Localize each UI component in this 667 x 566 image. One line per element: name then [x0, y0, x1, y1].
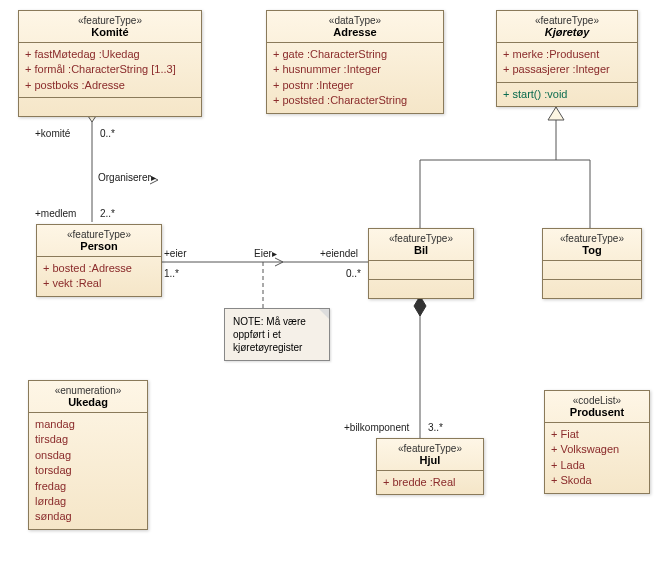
attr: + Fiat [551, 427, 643, 442]
operations: + start() :void [497, 83, 637, 106]
class-name: Produsent [551, 406, 643, 418]
attr: + husnummer :Integer [273, 62, 437, 77]
attr: + passasjerer :Integer [503, 62, 631, 77]
literal: lørdag [35, 494, 141, 509]
class-head: «featureType» Person [37, 225, 161, 257]
attributes: + bredde :Real [377, 471, 483, 494]
attributes: + fastMøtedag :Ukedag + formål :Characte… [19, 43, 201, 98]
svg-marker-6 [548, 107, 564, 120]
literals: mandag tirsdag onsdag torsdag fredag lør… [29, 413, 147, 529]
attributes: + gate :CharacterString + husnummer :Int… [267, 43, 443, 113]
attr: + gate :CharacterString [273, 47, 437, 62]
attr: + Lada [551, 458, 643, 473]
class-head: «dataType» Adresse [267, 11, 443, 43]
attr: + bosted :Adresse [43, 261, 155, 276]
class-ukedag[interactable]: «enumeration» Ukedag mandag tirsdag onsd… [28, 380, 148, 530]
literal: onsdag [35, 448, 141, 463]
class-name: Komité [25, 26, 195, 38]
stereotype: «codeList» [551, 395, 643, 406]
class-head: «featureType» Bil [369, 229, 473, 261]
class-head: «featureType» Komité [19, 11, 201, 43]
class-adresse[interactable]: «dataType» Adresse + gate :CharacterStri… [266, 10, 444, 114]
class-name: Bil [375, 244, 467, 256]
attr: + bredde :Real [383, 475, 477, 490]
class-name: Hjul [383, 454, 477, 466]
class-hjul[interactable]: «featureType» Hjul + bredde :Real [376, 438, 484, 495]
mult-eiendel: 0..* [346, 268, 361, 279]
mult-komite: 0..* [100, 128, 115, 139]
mult-bilkomp: 3..* [428, 422, 443, 433]
class-name: Ukedag [35, 396, 141, 408]
class-head: «featureType» Hjul [377, 439, 483, 471]
class-komite[interactable]: «featureType» Komité + fastMøtedag :Uked… [18, 10, 202, 117]
operations [369, 280, 473, 298]
attr: + formål :CharacterString [1..3] [25, 62, 195, 77]
stereotype: «featureType» [503, 15, 631, 26]
stereotype: «enumeration» [35, 385, 141, 396]
stereotype: «featureType» [375, 233, 467, 244]
assoc-organiserer: Organiserer▸ [98, 172, 156, 183]
mult-eier: 1..* [164, 268, 179, 279]
stereotype: «featureType» [43, 229, 155, 240]
attr: + Skoda [551, 473, 643, 488]
class-head: «featureType» Kjøretøy [497, 11, 637, 43]
role-eier: +eier [164, 248, 187, 259]
literal: torsdag [35, 463, 141, 478]
attr: + vekt :Real [43, 276, 155, 291]
class-head: «enumeration» Ukedag [29, 381, 147, 413]
literal: søndag [35, 509, 141, 524]
class-name: Person [43, 240, 155, 252]
class-kjoretoy[interactable]: «featureType» Kjøretøy + merke :Produsen… [496, 10, 638, 107]
stereotype: «featureType» [383, 443, 477, 454]
note-text: NOTE: Må være oppført i et kjøretøyregis… [233, 316, 306, 353]
role-medlem: +medlem [35, 208, 76, 219]
literal: fredag [35, 479, 141, 494]
class-name: Tog [549, 244, 635, 256]
attributes: + bosted :Adresse + vekt :Real [37, 257, 161, 296]
operation: + start() :void [503, 87, 631, 102]
attr: + Volkswagen [551, 442, 643, 457]
class-name: Adresse [273, 26, 437, 38]
class-person[interactable]: «featureType» Person + bosted :Adresse +… [36, 224, 162, 297]
attr: + merke :Produsent [503, 47, 631, 62]
class-head: «featureType» Tog [543, 229, 641, 261]
class-tog[interactable]: «featureType» Tog [542, 228, 642, 299]
literal: tirsdag [35, 432, 141, 447]
operations [543, 280, 641, 298]
attr: + poststed :CharacterString [273, 93, 437, 108]
role-komite: +komité [35, 128, 70, 139]
class-produsent[interactable]: «codeList» Produsent + Fiat + Volkswagen… [544, 390, 650, 494]
class-bil[interactable]: «featureType» Bil [368, 228, 474, 299]
stereotype: «dataType» [273, 15, 437, 26]
stereotype: «featureType» [549, 233, 635, 244]
class-head: «codeList» Produsent [545, 391, 649, 423]
attr: + postnr :Integer [273, 78, 437, 93]
literal: mandag [35, 417, 141, 432]
role-bilkomp: +bilkomponent [344, 422, 409, 433]
assoc-eier: Eier▸ [254, 248, 277, 259]
attributes [369, 261, 473, 280]
attr: + fastMøtedag :Ukedag [25, 47, 195, 62]
operations [19, 98, 201, 116]
attr: + postboks :Adresse [25, 78, 195, 93]
class-name: Kjøretøy [503, 26, 631, 38]
attributes: + Fiat + Volkswagen + Lada + Skoda [545, 423, 649, 493]
svg-marker-5 [414, 296, 426, 316]
attributes [543, 261, 641, 280]
role-eiendel: +eiendel [320, 248, 358, 259]
note-eier: NOTE: Må være oppført i et kjøretøyregis… [224, 308, 330, 361]
stereotype: «featureType» [25, 15, 195, 26]
mult-medlem: 2..* [100, 208, 115, 219]
attributes: + merke :Produsent + passasjerer :Intege… [497, 43, 637, 83]
